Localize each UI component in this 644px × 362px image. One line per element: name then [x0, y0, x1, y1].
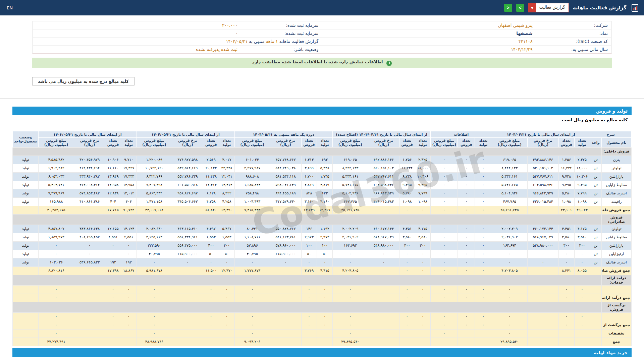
table-cell: ۰ — [458, 294, 475, 302]
table-cell: ۹,۴۹۵ — [574, 181, 590, 189]
table-cell: ۴۱۰,۸۶۱,۳۸۶ — [74, 197, 105, 206]
table-cell: ۸,۴۴۴,۱۳۳ — [492, 164, 527, 172]
info-cell: شصفها — [322, 29, 536, 38]
table-cell: ۳,۵۸۰ — [558, 233, 574, 241]
table-cell: ۱۲,۹۵۸ — [105, 181, 121, 189]
table-cell: ۰ — [431, 250, 458, 258]
table-cell: ۰ — [475, 294, 492, 302]
info-row: سال مالی منتهی به:۱۴۰۴/۱۲/۲۹وضعیت ناشر:ث… — [33, 46, 611, 54]
production-table-head: شرحاز ابتدای سال مالی تا تاریخ ۱۴۰۴/۰۴/۳… — [13, 131, 632, 147]
table-cell: ۳,۰۱۷ — [219, 156, 235, 164]
table-cell: ۰ — [492, 250, 527, 258]
table-cell — [527, 312, 558, 321]
table-cell: ۰ — [172, 258, 203, 266]
table-cell: تن — [590, 233, 602, 241]
table-cell: ۱۷,۳۹۸ — [105, 266, 121, 275]
table-cell: ۱۴۶ — [301, 225, 317, 233]
table-cell — [172, 338, 203, 346]
table-cell: ۰ — [105, 312, 121, 321]
table-cell: جمع برگشت از فروش — [601, 321, 631, 329]
table-cell: ۶,۰۵۳,۰۳۳ — [39, 172, 74, 181]
table-cell: ۰ — [574, 258, 590, 266]
table-cell: تولید — [13, 164, 39, 172]
table-cell: تن — [590, 164, 602, 172]
table-cell: برگشت از فروش: — [601, 302, 631, 312]
table-cell: پارازایلین — [601, 172, 631, 181]
table-cell: ۰ — [333, 321, 368, 329]
table-cell: ۶۰۲,۵۹۸,۷۳۶ — [527, 181, 558, 189]
table-cell — [13, 266, 39, 275]
table-cell: تولید — [13, 241, 39, 250]
next-report-button[interactable]: > — [516, 4, 524, 12]
table-cell: ۴,۲۰۳,۸۰۵ — [492, 266, 527, 275]
table-cell: تولوئن — [601, 164, 631, 172]
signature-match-notice: i اطلاعات نمایش داده شده با اطلاعات امضا… — [32, 58, 612, 68]
table-cell: ۰ — [203, 312, 219, 321]
table-cell: ۰ — [399, 294, 415, 302]
table-cell: ۱۰,۹۰۶ — [105, 156, 121, 164]
table-cell — [574, 329, 590, 338]
language-toggle[interactable]: EN — [5, 5, 15, 11]
table-cell — [74, 312, 105, 321]
table-cell: ۰ — [431, 294, 458, 302]
table-cell: ۶۹۲ — [317, 156, 333, 164]
table-cell: ۵۶۸,۹۶۷,۰۳۹ — [368, 233, 399, 241]
table-cell: ۱۴,۳۶۷ — [317, 206, 333, 214]
report-type-dropdown-label: گزارش فعالیت — [536, 3, 569, 12]
table-cell: ۰ — [317, 285, 333, 294]
header-cell: مبلغ فروش (میلیون ریال) — [431, 137, 458, 147]
table-cell: ۱۸,۰۰۰ — [415, 164, 431, 172]
table-row: جمع درآمد ارائه خدمات۰۰۰۰۰۰۰۰۰۰۰۰۰۰۰۰۰۰ — [13, 294, 632, 302]
table-cell: ۰ — [475, 181, 492, 189]
table-cell: ۰ — [574, 294, 590, 302]
report-type-dropdown[interactable]: گزارش فعالیت ▼ — [528, 3, 569, 12]
table-cell: ۱۸,۸۶۷ — [121, 266, 137, 275]
table-cell — [368, 294, 399, 302]
table-cell — [13, 312, 39, 321]
table-cell: ۴۲۶,۰۱۵,۴۸۳ — [368, 197, 399, 206]
table-cell: ۰ — [105, 250, 121, 258]
table-cell: ۰ — [558, 312, 574, 321]
previous-report-button[interactable]: < — [504, 4, 512, 12]
header-cell: دوره یک ماهه منتهی به ۱۴۰۴/۰۵/۳۱ — [234, 131, 332, 137]
table-cell: ۳۳,۰۰۷,۰۶۸ — [137, 206, 172, 214]
table-cell: فروش داخلی: — [601, 147, 631, 156]
table-cell: ۴,۸۵۷,۸۰۷ — [39, 225, 74, 233]
table-cell: ۷۵۸,۴۹۸ — [234, 189, 270, 197]
table-cell: ۰ — [431, 181, 458, 189]
table-cell: ۹,۷۳۸ — [558, 172, 574, 181]
table-cell: ۶۷,۷۱۵ — [105, 206, 121, 214]
table-cell: ۰ — [492, 321, 527, 329]
info-cell: ۰ — [33, 29, 241, 38]
table-cell — [590, 206, 602, 214]
header-cell: نرخ فروش (ریال) — [527, 137, 558, 147]
table-cell: ۰ — [558, 258, 574, 266]
table-cell — [368, 285, 399, 294]
table-cell: ۱۱,۵۰۰ — [203, 266, 219, 275]
table-cell: مخلوط زایلین — [601, 233, 631, 241]
table-cell: ۰ — [105, 294, 121, 302]
table-cell — [527, 294, 558, 302]
table-cell: رافینت — [601, 197, 631, 206]
table-cell: ۵۳۶,۶۴۵,۸۳۳ — [74, 258, 105, 266]
table-cell — [317, 338, 333, 346]
table-cell: ۱۰,۳۰۶ — [415, 172, 431, 181]
table-cell: ۰ — [415, 312, 431, 321]
table-cell: ۴,۲۰۳,۸۰۵ — [333, 266, 368, 275]
table-cell: ۰ — [458, 312, 475, 321]
table-cell: ۲۵,۶۹۱,۷۳۵ — [492, 206, 527, 214]
info-cell: وضعیت ناشر: — [241, 46, 322, 54]
table-cell — [219, 329, 235, 338]
table-cell — [172, 329, 203, 338]
table-cell: ۴,۴۹۷ — [203, 225, 219, 233]
info-label: سال مالی منتهی به: — [571, 47, 608, 52]
table-cell — [475, 338, 492, 346]
table-cell: ۵۵۶,۳۳۴,۹۶۱ — [172, 233, 203, 241]
table-row: تخفیفات۰۰۰۰۰۰ — [13, 329, 632, 338]
table-cell: ۰ — [121, 294, 137, 302]
header-cell: تعداد تولید — [475, 137, 492, 147]
table-cell — [590, 312, 602, 321]
table-cell: ۵۰ — [317, 250, 333, 258]
table-cell: ۵۸۴,۲۴۹,۰۳۸ — [270, 164, 301, 172]
info-label: سرمایه ثبت نشده: — [284, 31, 318, 36]
